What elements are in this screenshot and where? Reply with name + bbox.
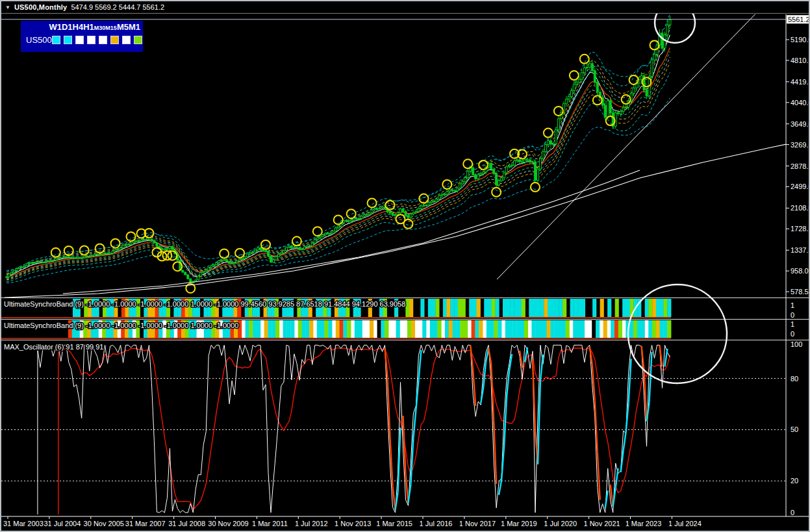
timeframe-square-d1[interactable] <box>64 36 72 44</box>
timeframe-square-w1[interactable] <box>52 36 60 44</box>
title-ohlc-values: 5474.9 5569.2 5444.7 5561.2 <box>71 3 164 11</box>
timeframe-square-m5[interactable] <box>122 36 131 44</box>
oscillator-signal-segment <box>540 355 543 381</box>
price-tick-label: 958.0 <box>791 267 809 275</box>
price-tick-label: 5190.0 <box>791 36 810 44</box>
oscillator-scale-label: 20 <box>791 477 798 485</box>
band-cyan <box>6 14 670 272</box>
date-tick-label: 30 Nov 2005 <box>84 520 124 527</box>
timeframe-label-d1: D1 <box>62 22 73 32</box>
trendline-lower[interactable] <box>5 139 810 298</box>
oscillator-signal-segment <box>616 468 618 488</box>
timeframe-label-h4: H4 <box>73 22 84 32</box>
dropdown-icon[interactable]: ▼ <box>5 5 10 10</box>
oscillator-signal-segment <box>413 410 416 438</box>
date-tick-label: 1 Jul 2024 <box>668 520 702 527</box>
date-tick-label: 1 Mar 2019 <box>501 520 537 527</box>
price-tick-label: 3269.5 <box>791 141 810 149</box>
band-gray <box>6 29 670 275</box>
date-tick-label: 30 Nov 2009 <box>208 520 248 527</box>
date-tick-label: 1 Nov 2021 <box>583 520 620 527</box>
price-tick-label: 1337.5 <box>791 246 810 254</box>
strip-scale-label: 1 <box>791 301 794 309</box>
date-tick-label: 1 Mar 2011 <box>252 520 288 527</box>
strip-scale-label: 0 <box>791 311 794 319</box>
price-tick-label: 4810.5 <box>791 57 810 64</box>
terminal-window: ▼ US500,Monthly 5474.9 5569.2 5444.7 556… <box>0 0 810 532</box>
oscillator-signal-segment <box>664 349 667 366</box>
oscillator-scale-label: 80 <box>791 375 798 383</box>
timeframe-label-m15: M15 <box>105 25 117 31</box>
price-tick-label: 2878.5 <box>791 162 810 170</box>
date-tick-label: 31 Jul 2008 <box>168 520 205 527</box>
price-tick-label: 3649.0 <box>791 120 810 128</box>
price-tick-label: 4419.5 <box>791 78 810 86</box>
date-tick-label: 1 Jul 2016 <box>420 520 453 527</box>
current-price-label: 5561.2 <box>788 16 810 23</box>
date-tick-label: 31 Mar 2007 <box>125 520 166 527</box>
oscillator-scale-label: 100 <box>791 340 802 348</box>
oscillator-signal-segment <box>650 352 652 403</box>
oscillator-signal-segment <box>538 381 540 464</box>
candles-group <box>6 16 671 283</box>
timeframe-square-m15[interactable] <box>110 36 119 44</box>
strip-scale-label: 1 <box>791 320 794 328</box>
oscillator-signal-segment <box>388 378 390 438</box>
timeframe-label-m30: M30 <box>94 25 106 31</box>
panel-symbol-label: US500 <box>26 35 52 45</box>
date-tick-label: 1 Jul 2020 <box>544 520 577 527</box>
oscillator-signal-segment <box>494 421 496 484</box>
timeframe-label-m1: M1 <box>129 22 140 32</box>
timeframe-square-h4[interactable] <box>75 36 84 44</box>
band-gold <box>6 23 670 273</box>
date-tick-label: 31 Mar 2003 <box>3 520 44 527</box>
timeframe-label-w1: W1 <box>49 22 62 32</box>
synchro-band-strip-2: UltimateSynchroBand (9) -1.0000 -1.0000 … <box>1 320 671 338</box>
date-tick-label: 1 Nov 2013 <box>335 520 371 527</box>
timeframe-square-m1[interactable] <box>134 36 142 44</box>
synchro-band-strip-2-label: UltimateSynchroBand (9) -1.0000 -1.0000 … <box>4 322 238 329</box>
oscillator-signal-segment <box>644 372 647 422</box>
synchro-band-strip-1-label: UltimateSynchroBand (9) -1.0000 -1.0000 … <box>4 300 405 308</box>
oscillator-signal-segment <box>483 361 486 388</box>
oscillator-signal-segment <box>499 480 501 495</box>
oscillator-signal-segment <box>390 438 393 486</box>
title-symbol-period: US500,Monthly <box>14 3 67 11</box>
price-tick-label: 2499.0 <box>791 183 810 190</box>
oscillator-window: MAX_Oscillator (6) 91 87 99 91 <box>1 343 786 514</box>
timeframe-labels: W1D1H4H1M30M15M5M1 <box>26 22 140 33</box>
oscillator-red-line <box>58 348 670 514</box>
price-axis[interactable]: 5190.04810.54419.54040.03649.03269.52878… <box>786 15 810 516</box>
timeframe-square-m30[interactable] <box>99 36 107 44</box>
oscillator-scale-label: 0 <box>791 509 794 516</box>
price-tick-label: 1728.5 <box>791 225 810 233</box>
date-tick-label: 1 Mar 2015 <box>376 520 412 527</box>
date-tick-label: 1 Mar 2023 <box>626 520 662 527</box>
timeframe-status-squares <box>52 36 142 44</box>
strip-scale-label: 0 <box>791 330 794 338</box>
signal-circles <box>51 40 659 292</box>
date-tick-label: 31 Jul 2004 <box>44 520 81 527</box>
oscillator-label: MAX_Oscillator (6) 91 87 99 91 <box>4 343 103 351</box>
price-tick-label: 4040.0 <box>791 99 810 107</box>
oscillator-scale-label: 50 <box>791 425 798 433</box>
oscillator-signal-segment <box>624 432 626 451</box>
price-tick-label: 578.5 <box>791 288 809 296</box>
time-axis[interactable]: 31 Mar 200331 Jul 200430 Nov 200531 Mar … <box>3 516 702 527</box>
oscillator-signal-segment <box>393 486 396 509</box>
timeframe-panel: W1D1H4H1M30M15M5M1 US500 <box>21 21 143 52</box>
chart-canvas[interactable]: UltimateSynchroBand (9) -1.0000 -1.0000 … <box>1 1 810 532</box>
chart-title-bar: ▼ US500,Monthly 5474.9 5569.2 5444.7 556… <box>1 1 809 14</box>
trendline-steep[interactable] <box>497 1 768 279</box>
price-tick-label: 2108.0 <box>791 204 810 212</box>
fast-ma-line <box>6 35 670 277</box>
trendline-upper[interactable] <box>63 170 640 294</box>
date-tick-label: 1 Jul 2012 <box>295 520 328 527</box>
oscillator-signal-segment <box>592 365 595 401</box>
timeframe-label-h1: H1 <box>83 22 94 32</box>
timeframe-square-h1[interactable] <box>87 36 95 44</box>
date-tick-label: 1 Nov 2017 <box>459 520 496 527</box>
oscillator-signal-segment <box>411 438 413 484</box>
timeframe-label-m5: M5 <box>117 22 129 32</box>
oscillator-signal-segment <box>405 474 408 502</box>
